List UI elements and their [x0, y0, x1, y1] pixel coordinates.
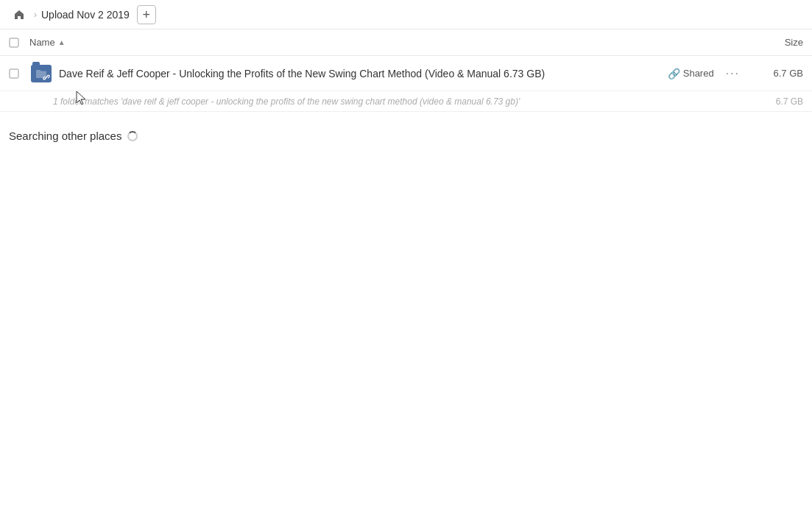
shared-badge: 🔗 Shared [668, 68, 714, 80]
row-checkbox[interactable] [9, 68, 29, 79]
header-checkbox[interactable] [9, 38, 29, 48]
svg-rect-0 [10, 38, 18, 47]
svg-rect-1 [10, 69, 18, 78]
name-column-header[interactable]: Name ▲ [29, 37, 744, 48]
match-info-row: 1 folder matches 'dave reif & jeff coope… [0, 91, 812, 112]
match-description: 1 folder matches 'dave reif & jeff coope… [53, 96, 752, 107]
sort-arrow-icon: ▲ [58, 38, 66, 46]
column-header-row: Name ▲ Size [0, 29, 812, 56]
add-button[interactable]: + [137, 5, 156, 24]
file-size: 6.7 GB [752, 68, 803, 79]
table-row[interactable]: Dave Reif & Jeff Cooper - Unlocking the … [0, 56, 812, 91]
top-bar: › Upload Nov 2 2019 + [0, 0, 812, 29]
file-name: Dave Reif & Jeff Cooper - Unlocking the … [53, 68, 668, 80]
size-column-header: Size [744, 37, 803, 48]
match-size: 6.7 GB [752, 96, 803, 107]
home-button[interactable] [9, 4, 29, 25]
searching-spinner [127, 131, 138, 141]
searching-section: Searching other places [0, 112, 812, 151]
searching-label: Searching other places [9, 130, 121, 142]
more-options-button[interactable]: ··· [723, 67, 743, 80]
link-icon: 🔗 [668, 68, 680, 80]
breadcrumb-separator: › [34, 10, 37, 20]
row-actions: 🔗 Shared ··· [668, 67, 743, 80]
shared-label: Shared [683, 68, 714, 79]
breadcrumb-label[interactable]: Upload Nov 2 2019 [41, 9, 130, 21]
folder-icon [29, 65, 53, 82]
